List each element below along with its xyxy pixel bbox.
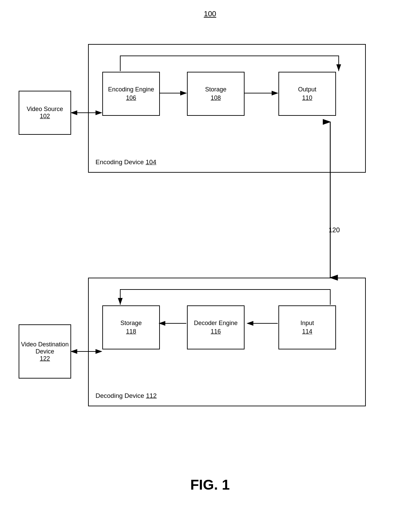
decoder-engine-box: Decoder Engine 116 [187,305,245,349]
encoding-device-label: Encoding Device 104 [96,158,156,166]
output-110-box: Output 110 [278,72,336,116]
video-source-box: Video Source 102 [19,91,71,135]
input-114-box: Input 114 [278,305,336,349]
input-114-ref: 114 [302,327,312,336]
video-dest-ref: 122 [40,355,50,362]
storage-118-ref: 118 [126,327,136,336]
input-114-label: Input [300,319,314,327]
video-dest-label: Video Destination Device [19,341,70,355]
encoding-engine-box: Encoding Engine 106 [102,72,160,116]
output-110-label: Output [298,85,316,94]
encoding-engine-ref: 106 [126,94,136,102]
storage-108-box: Storage 108 [187,72,245,116]
diagram-ref-number: 100 [204,9,216,18]
figure-label: FIG. 1 [190,477,230,493]
decoding-device-label: Decoding Device 112 [96,392,157,400]
output-110-ref: 110 [302,94,312,102]
connection-ref-label: 120 [329,226,340,234]
decoder-engine-ref: 116 [211,327,221,336]
encoding-engine-label: Encoding Engine [108,85,154,94]
storage-118-label: Storage [120,319,142,327]
diagram-container: 100 Encoding Engine 106 Storage 108 Outp… [0,0,420,515]
encoding-device-box: Encoding Engine 106 Storage 108 Output 1… [88,44,366,173]
video-dest-box: Video Destination Device 122 [19,324,71,379]
video-source-ref: 102 [40,113,50,120]
decoder-engine-label: Decoder Engine [194,319,237,327]
decoding-device-box: Storage 118 Decoder Engine 116 Input 114… [88,278,366,406]
storage-108-label: Storage [205,85,226,94]
storage-108-ref: 108 [211,94,221,102]
video-source-label: Video Source [27,106,63,113]
storage-118-box: Storage 118 [102,305,160,349]
